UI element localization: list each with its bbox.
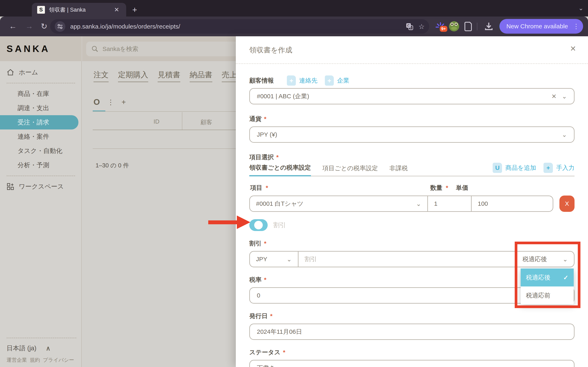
column-header-id[interactable]: ID	[154, 118, 159, 125]
legal-link-terms[interactable]: 規約	[30, 357, 40, 363]
add-view-icon[interactable]: +	[121, 98, 126, 106]
discount-currency-select[interactable]: JPY ⌄	[250, 252, 298, 267]
tab-item-tax-rate[interactable]: 項目ごとの税率設定	[322, 164, 378, 176]
sidebar-divider	[7, 83, 75, 83]
sidebar-item-orders-billing[interactable]: 受注・請求	[0, 115, 78, 129]
column-header-customer[interactable]: 顧客	[200, 118, 212, 126]
remove-line-item-button[interactable]: X	[559, 196, 575, 212]
sidebar-divider	[7, 338, 76, 338]
item-selection-label: 項目選択	[249, 153, 274, 161]
sanka-logo[interactable]: SANKA	[7, 43, 50, 54]
tab-quotes[interactable]: 見積書	[158, 70, 180, 82]
view-tab[interactable]: O	[94, 98, 100, 107]
sidebar-item-label: ワークスペース	[19, 182, 64, 191]
language-label: 日本語 (ja)	[7, 344, 36, 352]
view-options-kebab-icon[interactable]: ⋮	[107, 98, 114, 106]
issue-date-input[interactable]	[249, 324, 575, 340]
sidebar-item-home[interactable]: ホーム	[0, 65, 82, 80]
manual-entry-button[interactable]: + 手入力	[544, 163, 575, 173]
sidebar-item-label: 商品・在庫	[17, 90, 49, 98]
option-before-tax[interactable]: 税適応前	[521, 286, 574, 304]
extension-badge: 9+	[440, 26, 447, 32]
required-mark: *	[266, 184, 268, 191]
discount-toggle[interactable]	[249, 219, 268, 231]
chevron-down-icon: ⌄	[416, 200, 421, 207]
sidebar-item-tasks-automation[interactable]: タスク・自動化	[0, 144, 82, 158]
tab-delivery-slips[interactable]: 納品書	[190, 70, 212, 82]
tab-close-icon[interactable]: ✕	[112, 5, 121, 14]
add-company-button[interactable]: + 企業	[325, 75, 349, 86]
add-company-label: 企業	[337, 76, 349, 85]
browser-tab[interactable]: S 領収書 | Sanka ✕	[32, 3, 126, 17]
tax-rate-label: 税率	[249, 276, 261, 284]
modal-title: 領収書を作成	[249, 45, 292, 55]
language-selector[interactable]: 日本語 (ja) ∧	[7, 344, 82, 352]
discount-amount-input[interactable]: 割引	[298, 252, 516, 267]
legal-link-company[interactable]: 運営企業	[7, 357, 27, 363]
issue-date-label: 発行日	[249, 312, 268, 320]
add-product-button[interactable]: U 商品を追加	[493, 163, 542, 173]
collapse-icon[interactable]: ∧	[46, 345, 51, 352]
home-icon	[7, 68, 14, 76]
new-tab-button[interactable]: +	[132, 6, 137, 14]
sidebar-item-contacts-cases[interactable]: 連絡・案件	[0, 129, 82, 144]
reload-button[interactable]: ↻	[41, 22, 47, 31]
sidebar-item-label: ホーム	[19, 68, 38, 77]
tab-subscriptions[interactable]: 定期購入	[118, 70, 148, 82]
quantity-label: 数量	[430, 184, 442, 191]
browser-menu-kebab-icon[interactable]: ⋮	[573, 22, 579, 30]
tab-search-chevron-icon[interactable]: ⌄	[579, 4, 584, 12]
currency-select[interactable]: JPY (¥) ⌄	[249, 126, 575, 143]
modal-body: 顧客情報 + 連絡先 + 企業 #0001 | ABC (企業) ✕ ⌄ 通貨 …	[236, 64, 588, 367]
sidebar-item-analytics-forecast[interactable]: 分析・予測	[0, 158, 82, 172]
frog-extension-avatar[interactable]	[448, 21, 460, 32]
forward-button[interactable]: →	[25, 22, 33, 31]
svg-text:文: 文	[409, 26, 412, 30]
tax-timing-select[interactable]: 税適応後 ⌄	[516, 252, 574, 267]
check-icon: ✓	[563, 274, 568, 281]
url-text[interactable]: app.sanka.io/ja/modules/orders/receipts/	[70, 23, 401, 30]
browser-tab-strip: S 領収書 | Sanka ✕ + ⌄	[0, 0, 588, 17]
extension-notification-icon[interactable]: 9+	[434, 21, 446, 32]
discount-label: 割引	[249, 239, 261, 248]
download-icon[interactable]	[483, 21, 494, 32]
chevron-down-icon: ⌄	[562, 93, 567, 100]
sidebar-item-products[interactable]: 商品・在庫	[0, 87, 82, 101]
required-mark: *	[446, 184, 448, 191]
translate-icon[interactable]: G 文	[406, 23, 413, 30]
toggle-knob	[254, 221, 263, 229]
view-bar: O ⋮ +	[94, 98, 126, 107]
add-contact-button[interactable]: + 連絡先	[287, 75, 318, 86]
extensions-icon[interactable]	[463, 21, 474, 32]
tab-orders[interactable]: 注文	[94, 70, 109, 82]
unit-price-input[interactable]: 100	[472, 196, 553, 211]
sidebar-item-workspace[interactable]: ワークスペース	[0, 179, 82, 194]
line-item-row: #0001 白Tシャツ ⌄ 1 100 X	[249, 196, 575, 212]
tab-tax-exempt[interactable]: 非課税	[389, 164, 408, 176]
sidebar-footer: 日本語 (ja) ∧ 運営企業 規約 プライバシー	[0, 338, 82, 367]
address-bar[interactable]: app.sanka.io/ja/modules/orders/receipts/…	[50, 19, 429, 34]
quantity-input[interactable]: 1	[428, 196, 472, 211]
bookmark-star-icon[interactable]: ☆	[419, 22, 425, 31]
option-after-tax[interactable]: 税適応後 ✓	[521, 268, 574, 286]
status-input[interactable]	[249, 360, 575, 367]
column-divider	[182, 112, 182, 130]
customer-select[interactable]: #0001 | ABC (企業) ✕ ⌄	[249, 88, 575, 104]
update-chrome-button[interactable]: New Chrome available ⋮	[499, 19, 583, 34]
back-button[interactable]: ←	[9, 22, 17, 31]
unit-price-label: 単価	[456, 184, 468, 191]
toolbar-divider	[477, 23, 477, 30]
clear-icon[interactable]: ✕	[552, 93, 557, 100]
sidebar-item-label: 受注・請求	[17, 118, 49, 127]
search-icon	[91, 45, 98, 52]
item-select-value: #0001 白Tシャツ	[256, 200, 411, 208]
currency-select-value: JPY (¥)	[257, 131, 557, 138]
sidebar-item-procurement[interactable]: 調達・支出	[0, 101, 82, 115]
tab-sales[interactable]: 売上	[222, 70, 237, 82]
manual-entry-label: 手入力	[556, 164, 575, 172]
item-select[interactable]: #0001 白Tシャツ ⌄	[250, 196, 428, 211]
legal-link-privacy[interactable]: プライバシー	[43, 357, 74, 363]
modal-close-icon[interactable]: ✕	[570, 44, 576, 53]
tab-receipt-tax-rate[interactable]: 領収書ごとの税率設定	[249, 164, 311, 176]
site-info-icon[interactable]	[55, 21, 65, 32]
